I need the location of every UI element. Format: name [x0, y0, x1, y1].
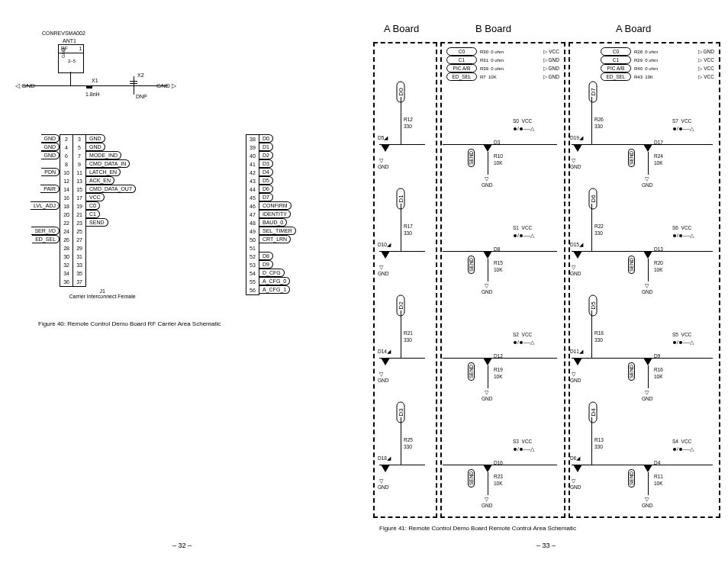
j1-pin-10: PDN	[31, 168, 60, 176]
j1-pin-14: PAIR	[31, 185, 60, 193]
j1-pin-13: ACK_EN	[86, 176, 136, 185]
j1-pin-20	[31, 210, 60, 218]
j1-pin-30	[31, 252, 60, 260]
a2-row-0: D7 R26 330 D19◢ ▽ GND S7 VCC /──△ SEND D…	[569, 88, 717, 195]
b-row-3: S3 VCC /──△ SEND D16 R23 10K ▽ GND	[440, 408, 562, 515]
a1-row-1: D1 R17 330 D10◢ ▽ GND	[373, 195, 434, 301]
j2-pin-55: A_CFG_0	[259, 277, 296, 285]
board-title-a1: A Board	[384, 23, 419, 34]
j1-pin-27	[86, 235, 136, 243]
gnd-pins: 2–5	[68, 58, 76, 65]
j1-pin-6: GND	[31, 151, 60, 159]
a1-row-0: D0 R12 330 D5◢ ▽ GND	[373, 88, 434, 195]
gnd-left: ◁ GND	[15, 82, 35, 89]
figure-41-caption: Figure 41: Remote Control Demo Board Rem…	[379, 525, 576, 532]
page-number-33: – 33 –	[364, 542, 728, 549]
b-row-0: S0 VCC /──△ SEND D3 R10 10K ▽ GND	[440, 88, 562, 195]
gnd-right: GND ▷	[156, 82, 176, 89]
a1-row-3: D3 R25 330 D18◢ ▽ GND	[373, 408, 434, 515]
j1-connector: GNDGNDGNDPDNPAIRLVL_ADJSER_I/OED_SEL 246…	[31, 134, 136, 299]
j2-pin-44: D6	[259, 185, 296, 193]
j2-pin-42: D4	[259, 168, 296, 176]
j2-pin-41: D3	[259, 159, 296, 168]
j2-pin-48: BAUD_0	[259, 218, 296, 227]
j1-pin-8	[31, 159, 60, 168]
dnp-label: DNP	[136, 94, 147, 99]
x1-val: 1.8nH	[85, 92, 100, 97]
j1-pin-26: ED_SEL	[31, 235, 60, 243]
j1-pin-23: SEND	[86, 218, 136, 227]
j1-pin-35	[86, 269, 136, 277]
j2-pin-45: D7	[259, 193, 296, 201]
a2-row-1: D6 R22 330 D15◢ ▽ GND S6 VCC /──△ SEND D…	[569, 195, 717, 301]
j1-desc: Carrier Interconnect Female	[69, 294, 136, 299]
j1-label: J1	[69, 288, 136, 294]
conrevsma-label: CONREVSMA002	[42, 31, 85, 36]
j2-pin-49: SEL_TIMER	[259, 227, 296, 235]
j1-pin-24: SER_I/O	[31, 227, 60, 235]
figure-40-caption: Figure 40: Remote Control Demo Board RF …	[38, 320, 221, 327]
j1-pin-16	[31, 193, 60, 201]
j1-pin-9: CMD_DATA_IN	[86, 159, 136, 168]
j1-pin-31	[86, 252, 136, 260]
j1-pin-36	[31, 277, 60, 285]
j2-pin-51	[259, 243, 296, 252]
ant1-label: ANT1	[63, 38, 76, 43]
j2-connector: 38394041424344454647484950515253545556 D…	[246, 134, 296, 295]
j2-pin-39: D1	[259, 143, 296, 151]
j2-pin-47: IDENTITY	[259, 210, 296, 218]
j1-pin-19: C0	[86, 201, 136, 210]
j2-pin-53: D9	[259, 260, 296, 269]
j1-pin-17: VCC	[86, 193, 136, 201]
j1-pin-15: CMD_DATA_OUT	[86, 185, 136, 193]
board-title-b: B Board	[475, 23, 511, 34]
b-row-2: S2 VCC /──△ SEND D12 R19 10K ▽ GND	[440, 301, 562, 408]
ant-conn: RF 1 GND 2–5	[58, 44, 84, 73]
j2-pin-38: D0	[259, 134, 296, 143]
j2-pin-52: D8	[259, 252, 296, 260]
j1-pin-21: C1	[86, 210, 136, 218]
x2-label: X2	[137, 72, 144, 78]
a2-row-2: D5 R18 330 D11◢ ▽ GND S5 VCC /──△ SEND D…	[569, 301, 717, 408]
j2-pin-46: CONFIRM	[259, 201, 296, 210]
j1-pin-33	[86, 260, 136, 269]
board-title-a2: A Board	[616, 23, 651, 34]
j2-pin-56: A_CFG_1	[259, 285, 296, 294]
j2-pin-43: D5	[259, 176, 296, 185]
j1-pin-28	[31, 243, 60, 252]
j1-pin-29	[86, 243, 136, 252]
page-32: CONREVSMA002 ANT1 RF 1 GND 2–5 ◁ GND X1 …	[0, 0, 364, 563]
a1-row-2: D2 R21 330 D14◢ ▽ GND	[373, 301, 434, 408]
j1-pin-2: GND	[31, 134, 60, 143]
j1-pin-11: LATCH_EN	[86, 168, 136, 176]
j1-pin-25	[86, 227, 136, 235]
page-33: A Board B Board A Board C0R30 0 ohm▷ VCC…	[364, 0, 728, 563]
j2-pin-40: D2	[259, 151, 296, 159]
j1-pin-4: GND	[31, 143, 60, 151]
j1-pin-22	[31, 218, 60, 227]
gnd-vert: GND	[60, 48, 67, 58]
j1-pin-7: MODE_IND	[86, 151, 136, 159]
x1-label: X1	[92, 78, 98, 83]
j1-pin-3: GND	[86, 134, 136, 143]
j1-pin-34	[31, 269, 60, 277]
j1-pin-37	[86, 277, 136, 285]
j1-pin-5: GND	[86, 143, 136, 151]
j2-pin-54: D_CFG	[259, 269, 296, 277]
page-number-32: – 32 –	[0, 542, 364, 549]
j2-pin-50: CRT_LRN	[259, 235, 296, 243]
j1-pin-12	[31, 176, 60, 185]
j1-pin-32	[31, 260, 60, 269]
b-row-1: S1 VCC /──△ SEND D8 R15 10K ▽ GND	[440, 195, 562, 301]
a2-row-3: D4 R13 330 D6◢ ▽ GND S4 VCC /──△ SEND D4…	[569, 408, 717, 515]
j1-pin-18: LVL_ADJ	[31, 201, 60, 210]
